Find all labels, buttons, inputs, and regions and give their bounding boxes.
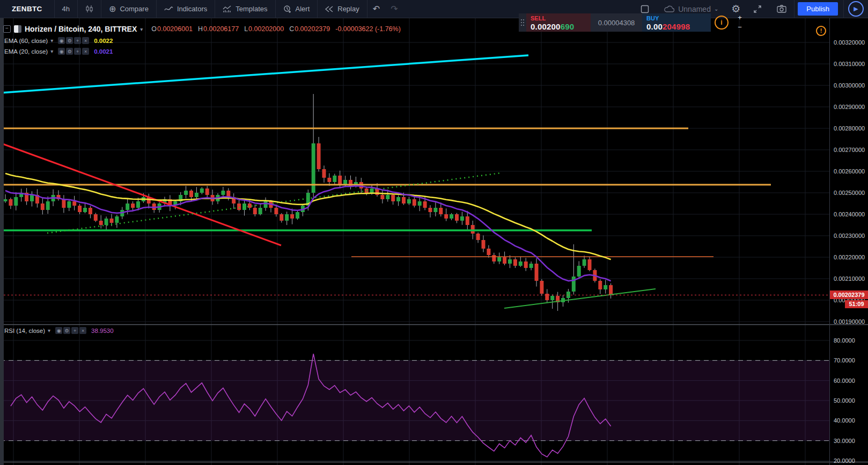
visibility-icon[interactable]: ◉ xyxy=(55,327,62,334)
rsi-value: 38.9530 xyxy=(91,328,114,334)
add-icon[interactable]: + xyxy=(74,37,81,44)
layout-square-icon xyxy=(641,5,649,13)
redo-button[interactable]: ↷ xyxy=(385,0,403,18)
change-value: -0.00003622 (-1.76%) xyxy=(335,25,401,33)
symbol-logo xyxy=(14,25,21,33)
fullscreen-icon xyxy=(753,5,762,13)
price-axis-label: 0.00190000 xyxy=(834,318,865,325)
settings-icon[interactable]: ⚙ xyxy=(66,48,73,55)
drawing-toolbar-strip[interactable] xyxy=(0,18,4,465)
rsi-label[interactable]: RSI (14, close) xyxy=(4,328,45,334)
ema20-value: 0.0021 xyxy=(94,48,113,55)
chevron-down-icon[interactable]: ▾ xyxy=(50,48,53,54)
increase-button[interactable]: + xyxy=(735,14,744,21)
price-axis-label: 0.00310000 xyxy=(834,61,865,67)
chevron-down-icon[interactable]: ▾ xyxy=(140,26,143,32)
bar-countdown-badge: 51:09 xyxy=(845,300,868,308)
alert-button[interactable]: Alert xyxy=(276,0,318,18)
compare-button[interactable]: ⊕ Compare xyxy=(101,0,156,18)
trendline-green-dotted[interactable] xyxy=(47,173,502,233)
alert-clock-icon xyxy=(283,5,292,13)
undo-button[interactable]: ↶ xyxy=(367,0,385,18)
ema60-legend-row: EMA (60, close) ▾ ◉ ⚙ + × 0.0022 xyxy=(4,37,113,44)
price-axis-label: 0.00320000 xyxy=(834,39,865,46)
templates-button[interactable]: Templates xyxy=(215,0,275,18)
warning-icon[interactable]: ! xyxy=(816,26,826,36)
price-axis-label: 0.00250000 xyxy=(834,190,865,196)
buy-button[interactable]: BUY 0.00204998 xyxy=(642,13,711,32)
price-axis-label: 0.00240000 xyxy=(834,211,865,217)
templates-icon xyxy=(223,5,232,13)
visibility-icon[interactable]: ◉ xyxy=(58,48,65,55)
camera-icon xyxy=(777,5,786,13)
price-axis-label: 0.00220000 xyxy=(834,254,865,260)
rsi-legend-row: RSI (14, close) ▾ ◉ ⚙ + × 38.9530 xyxy=(4,327,114,334)
settings-icon[interactable]: ⚙ xyxy=(63,327,70,334)
chart-canvas[interactable] xyxy=(0,0,868,465)
fullscreen-button[interactable] xyxy=(746,0,769,18)
chevron-down-icon: ⌄ xyxy=(714,6,718,12)
price-axis-label: 0.00270000 xyxy=(834,147,865,153)
indicator-controls: ◉ ⚙ + × xyxy=(58,48,89,55)
close-icon[interactable]: × xyxy=(82,48,89,55)
add-icon[interactable]: + xyxy=(74,48,81,55)
rsi-axis-label: 70.0000 xyxy=(834,357,855,364)
price-axis[interactable]: 0.003200000.003100000.003000000.00290000… xyxy=(830,0,868,465)
order-panel: SELL 0.00200690 0.00004308 BUY 0.0020499… xyxy=(519,13,744,32)
replay-button[interactable]: Replay xyxy=(318,0,366,18)
low-value: 0.00202000 xyxy=(248,25,284,33)
price-axis-label: 0.00210000 xyxy=(834,275,865,282)
settings-icon[interactable]: ⚙ xyxy=(66,37,73,44)
sell-label: SELL xyxy=(531,15,586,21)
add-icon[interactable]: + xyxy=(71,327,78,334)
drag-dots-icon xyxy=(521,19,522,20)
tradingview-window: ZENBTC 4h ⊕ Compare Indicators xyxy=(0,0,868,465)
trendline-green-support[interactable] xyxy=(504,289,656,308)
collapse-legend-icon[interactable]: − xyxy=(3,25,11,33)
publish-button[interactable]: Publish xyxy=(798,2,838,16)
chevron-down-icon[interactable]: ▾ xyxy=(48,328,50,333)
candlestick-icon xyxy=(85,5,93,13)
price-axis-label: 0.00260000 xyxy=(834,168,865,175)
indicators-wave-icon xyxy=(164,6,173,12)
order-quantity-controls: + − xyxy=(732,13,744,32)
rsi-axis-label: 40.0000 xyxy=(834,417,855,424)
spread-value: 0.00004308 xyxy=(591,13,642,32)
price-axis-label: 0.00280000 xyxy=(834,125,865,132)
decrease-button[interactable]: − xyxy=(735,24,744,31)
price-axis-label: 0.00300000 xyxy=(834,82,865,89)
ema60-value: 0.0022 xyxy=(94,38,113,44)
symbol-button[interactable]: ZENBTC xyxy=(0,0,54,18)
chart-style-button[interactable] xyxy=(78,0,101,18)
sell-button[interactable]: SELL 0.00200690 xyxy=(526,13,591,32)
snapshot-button[interactable] xyxy=(769,0,794,18)
toolbar-separator xyxy=(843,0,844,18)
compare-plus-icon: ⊕ xyxy=(109,4,116,14)
indicators-button[interactable]: Indicators xyxy=(157,0,215,18)
buy-label: BUY xyxy=(646,15,707,21)
close-icon[interactable]: × xyxy=(82,37,89,44)
rsi-axis-label: 60.0000 xyxy=(834,377,855,384)
rsi-axis-label: 50.0000 xyxy=(834,397,855,404)
ema60-label[interactable]: EMA (60, close) xyxy=(4,38,48,44)
chart-title[interactable]: Horizen / Bitcoin, 240, BITTREX xyxy=(25,25,137,33)
open-value: 0.00206001 xyxy=(157,25,193,33)
rsi-axis-label: 80.0000 xyxy=(834,337,855,344)
play-idea-button[interactable]: ▶ xyxy=(848,1,864,17)
ema20-label[interactable]: EMA (20, close) xyxy=(4,48,48,55)
info-icon[interactable]: i xyxy=(715,16,729,30)
ohlc-values: O0.00206001 H0.00206177 L0.00202000 C0.0… xyxy=(151,25,401,33)
last-price-badge: 0.00202379 xyxy=(830,290,868,299)
chart-legend-header: − Horizen / Bitcoin, 240, BITTREX ▾ O0.0… xyxy=(3,25,401,33)
toolbar-separator xyxy=(794,0,795,18)
close-icon[interactable]: × xyxy=(79,327,86,334)
visibility-icon[interactable]: ◉ xyxy=(58,37,65,44)
interval-button[interactable]: 4h xyxy=(55,0,77,18)
chevron-down-icon[interactable]: ▾ xyxy=(50,38,53,43)
high-value: 0.00206177 xyxy=(203,25,239,33)
indicator-controls: ◉ ⚙ + × xyxy=(58,37,89,44)
cloud-icon xyxy=(664,5,675,12)
drag-handle[interactable] xyxy=(519,13,526,32)
close-value: 0.00202379 xyxy=(295,25,330,33)
price-axis-label: 0.00230000 xyxy=(834,233,865,239)
